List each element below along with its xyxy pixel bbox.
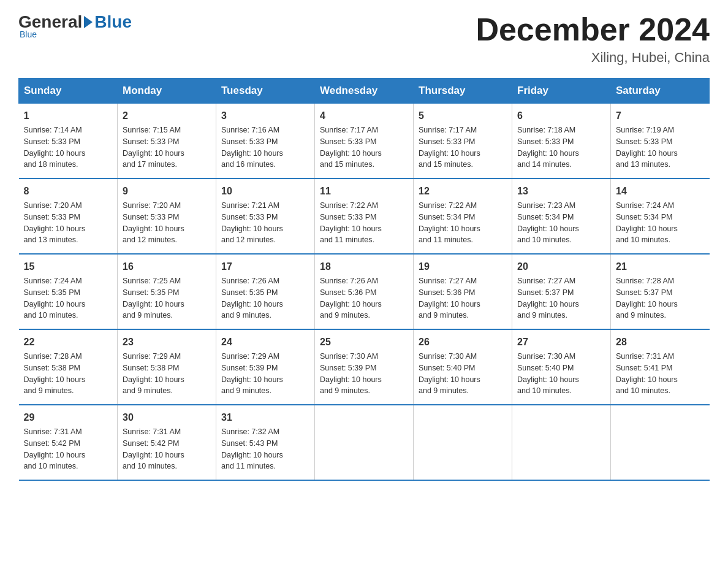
calendar-cell xyxy=(315,405,414,480)
day-number: 29 xyxy=(24,410,113,425)
calendar-cell xyxy=(611,405,710,480)
day-info: Sunrise: 7:17 AM Sunset: 5:33 PM Dayligh… xyxy=(419,124,507,170)
day-info: Sunrise: 7:21 AM Sunset: 5:33 PM Dayligh… xyxy=(221,200,309,246)
calendar-cell: 26Sunrise: 7:30 AM Sunset: 5:40 PM Dayli… xyxy=(414,329,512,405)
day-number: 14 xyxy=(616,184,705,199)
day-info: Sunrise: 7:30 AM Sunset: 5:39 PM Dayligh… xyxy=(320,351,408,397)
header-wednesday: Wednesday xyxy=(315,79,414,104)
calendar-cell: 1Sunrise: 7:14 AM Sunset: 5:33 PM Daylig… xyxy=(19,104,118,179)
day-info: Sunrise: 7:31 AM Sunset: 5:41 PM Dayligh… xyxy=(616,351,705,397)
calendar-cell: 5Sunrise: 7:17 AM Sunset: 5:33 PM Daylig… xyxy=(414,104,512,179)
calendar-cell: 25Sunrise: 7:30 AM Sunset: 5:39 PM Dayli… xyxy=(315,329,414,405)
day-number: 31 xyxy=(221,410,309,425)
calendar-cell: 9Sunrise: 7:20 AM Sunset: 5:33 PM Daylig… xyxy=(118,178,216,254)
day-info: Sunrise: 7:31 AM Sunset: 5:42 PM Dayligh… xyxy=(123,426,211,472)
calendar-cell: 8Sunrise: 7:20 AM Sunset: 5:33 PM Daylig… xyxy=(19,178,118,254)
calendar-cell: 4Sunrise: 7:17 AM Sunset: 5:33 PM Daylig… xyxy=(315,104,414,179)
day-info: Sunrise: 7:24 AM Sunset: 5:35 PM Dayligh… xyxy=(24,275,113,321)
day-info: Sunrise: 7:26 AM Sunset: 5:35 PM Dayligh… xyxy=(221,275,309,321)
day-number: 10 xyxy=(221,184,309,199)
day-number: 26 xyxy=(419,335,507,350)
day-info: Sunrise: 7:22 AM Sunset: 5:34 PM Dayligh… xyxy=(419,200,507,246)
calendar-cell: 24Sunrise: 7:29 AM Sunset: 5:39 PM Dayli… xyxy=(216,329,315,405)
day-info: Sunrise: 7:29 AM Sunset: 5:39 PM Dayligh… xyxy=(221,351,309,397)
calendar-week-row: 1Sunrise: 7:14 AM Sunset: 5:33 PM Daylig… xyxy=(19,104,710,179)
calendar-cell: 13Sunrise: 7:23 AM Sunset: 5:34 PM Dayli… xyxy=(512,178,611,254)
calendar-cell: 16Sunrise: 7:25 AM Sunset: 5:35 PM Dayli… xyxy=(118,254,216,329)
calendar-cell: 18Sunrise: 7:26 AM Sunset: 5:36 PM Dayli… xyxy=(315,254,414,329)
calendar-table: Sunday Monday Tuesday Wednesday Thursday… xyxy=(18,78,710,481)
day-info: Sunrise: 7:15 AM Sunset: 5:33 PM Dayligh… xyxy=(123,124,211,170)
calendar-header: Sunday Monday Tuesday Wednesday Thursday… xyxy=(19,79,710,104)
calendar-cell: 3Sunrise: 7:16 AM Sunset: 5:33 PM Daylig… xyxy=(216,104,315,179)
calendar-cell: 6Sunrise: 7:18 AM Sunset: 5:33 PM Daylig… xyxy=(512,104,611,179)
calendar-cell: 22Sunrise: 7:28 AM Sunset: 5:38 PM Dayli… xyxy=(19,329,118,405)
calendar-cell: 20Sunrise: 7:27 AM Sunset: 5:37 PM Dayli… xyxy=(512,254,611,329)
title-area: December 2024 Xiling, Hubei, China xyxy=(476,12,710,66)
day-number: 22 xyxy=(24,335,113,350)
day-number: 24 xyxy=(221,335,309,350)
calendar-cell: 19Sunrise: 7:27 AM Sunset: 5:36 PM Dayli… xyxy=(414,254,512,329)
day-info: Sunrise: 7:14 AM Sunset: 5:33 PM Dayligh… xyxy=(24,124,113,170)
day-info: Sunrise: 7:19 AM Sunset: 5:33 PM Dayligh… xyxy=(616,124,705,170)
day-number: 27 xyxy=(517,335,605,350)
page-header: General Blue Blue December 2024 Xiling, … xyxy=(18,12,710,66)
location-subtitle: Xiling, Hubei, China xyxy=(476,50,710,66)
day-info: Sunrise: 7:30 AM Sunset: 5:40 PM Dayligh… xyxy=(419,351,507,397)
day-info: Sunrise: 7:28 AM Sunset: 5:37 PM Dayligh… xyxy=(616,275,705,321)
calendar-cell: 23Sunrise: 7:29 AM Sunset: 5:38 PM Dayli… xyxy=(118,329,216,405)
calendar-week-row: 22Sunrise: 7:28 AM Sunset: 5:38 PM Dayli… xyxy=(19,329,710,405)
month-title: December 2024 xyxy=(476,12,710,47)
day-number: 7 xyxy=(616,109,705,123)
day-number: 30 xyxy=(123,410,211,425)
day-number: 13 xyxy=(517,184,605,199)
day-info: Sunrise: 7:23 AM Sunset: 5:34 PM Dayligh… xyxy=(517,200,605,246)
day-info: Sunrise: 7:28 AM Sunset: 5:38 PM Dayligh… xyxy=(24,351,113,397)
day-info: Sunrise: 7:26 AM Sunset: 5:36 PM Dayligh… xyxy=(320,275,408,321)
day-number: 6 xyxy=(517,109,605,123)
calendar-cell: 2Sunrise: 7:15 AM Sunset: 5:33 PM Daylig… xyxy=(118,104,216,179)
day-number: 28 xyxy=(616,335,705,350)
calendar-cell: 14Sunrise: 7:24 AM Sunset: 5:34 PM Dayli… xyxy=(611,178,710,254)
calendar-cell: 29Sunrise: 7:31 AM Sunset: 5:42 PM Dayli… xyxy=(19,405,118,480)
calendar-cell: 30Sunrise: 7:31 AM Sunset: 5:42 PM Dayli… xyxy=(118,405,216,480)
day-number: 25 xyxy=(320,335,408,350)
day-number: 5 xyxy=(419,109,507,123)
logo-underline: Blue xyxy=(20,29,132,39)
day-number: 19 xyxy=(419,259,507,274)
day-number: 1 xyxy=(24,109,113,123)
header-thursday: Thursday xyxy=(414,79,512,104)
logo-triangle-icon xyxy=(84,16,93,28)
calendar-cell: 11Sunrise: 7:22 AM Sunset: 5:33 PM Dayli… xyxy=(315,178,414,254)
calendar-cell: 27Sunrise: 7:30 AM Sunset: 5:40 PM Dayli… xyxy=(512,329,611,405)
calendar-week-row: 8Sunrise: 7:20 AM Sunset: 5:33 PM Daylig… xyxy=(19,178,710,254)
calendar-cell: 15Sunrise: 7:24 AM Sunset: 5:35 PM Dayli… xyxy=(19,254,118,329)
header-sunday: Sunday xyxy=(19,79,118,104)
logo: General Blue Blue xyxy=(18,12,132,39)
day-info: Sunrise: 7:31 AM Sunset: 5:42 PM Dayligh… xyxy=(24,426,113,472)
calendar-cell: 17Sunrise: 7:26 AM Sunset: 5:35 PM Dayli… xyxy=(216,254,315,329)
calendar-week-row: 15Sunrise: 7:24 AM Sunset: 5:35 PM Dayli… xyxy=(19,254,710,329)
calendar-week-row: 29Sunrise: 7:31 AM Sunset: 5:42 PM Dayli… xyxy=(19,405,710,480)
day-number: 9 xyxy=(123,184,211,199)
calendar-cell: 12Sunrise: 7:22 AM Sunset: 5:34 PM Dayli… xyxy=(414,178,512,254)
calendar-cell xyxy=(414,405,512,480)
header-friday: Friday xyxy=(512,79,611,104)
day-info: Sunrise: 7:29 AM Sunset: 5:38 PM Dayligh… xyxy=(123,351,211,397)
day-number: 2 xyxy=(123,109,211,123)
day-info: Sunrise: 7:17 AM Sunset: 5:33 PM Dayligh… xyxy=(320,124,408,170)
day-number: 12 xyxy=(419,184,507,199)
calendar-cell: 10Sunrise: 7:21 AM Sunset: 5:33 PM Dayli… xyxy=(216,178,315,254)
day-info: Sunrise: 7:32 AM Sunset: 5:43 PM Dayligh… xyxy=(221,426,309,472)
day-number: 4 xyxy=(320,109,408,123)
header-monday: Monday xyxy=(118,79,216,104)
header-saturday: Saturday xyxy=(611,79,710,104)
day-number: 15 xyxy=(24,259,113,274)
header-row: Sunday Monday Tuesday Wednesday Thursday… xyxy=(19,79,710,104)
day-info: Sunrise: 7:25 AM Sunset: 5:35 PM Dayligh… xyxy=(123,275,211,321)
calendar-body: 1Sunrise: 7:14 AM Sunset: 5:33 PM Daylig… xyxy=(19,104,710,481)
day-number: 8 xyxy=(24,184,113,199)
day-number: 16 xyxy=(123,259,211,274)
day-number: 3 xyxy=(221,109,309,123)
day-number: 11 xyxy=(320,184,408,199)
